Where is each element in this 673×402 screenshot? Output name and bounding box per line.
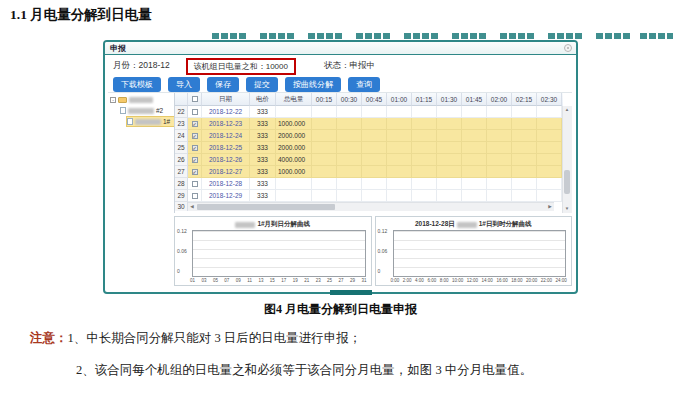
- time-cell[interactable]: [462, 130, 487, 142]
- time-cell[interactable]: [312, 154, 337, 166]
- tree-item-unit-1[interactable]: #2: [120, 106, 174, 115]
- time-cell[interactable]: [512, 106, 537, 118]
- time-cell[interactable]: [412, 190, 437, 202]
- time-cell[interactable]: [487, 118, 512, 130]
- vertical-scrollbar[interactable]: ▲ ▼: [562, 106, 572, 213]
- time-cell[interactable]: [387, 154, 412, 166]
- time-cell[interactable]: [437, 178, 462, 190]
- submit-button[interactable]: 提交: [246, 77, 278, 92]
- time-cell[interactable]: [512, 178, 537, 190]
- time-cell[interactable]: [312, 166, 337, 178]
- time-cell[interactable]: [462, 118, 487, 130]
- time-cell[interactable]: [337, 154, 362, 166]
- save-button[interactable]: 保存: [207, 77, 239, 92]
- horizontal-scroll-thumb[interactable]: [197, 204, 335, 210]
- time-cell[interactable]: [487, 190, 512, 202]
- month-field[interactable]: 月份：2018-12: [113, 60, 170, 72]
- decompose-by-curve-button[interactable]: 按曲线分解: [285, 77, 341, 92]
- time-cell[interactable]: [487, 130, 512, 142]
- checkbox-checked-icon[interactable]: ✓: [192, 145, 198, 151]
- time-cell[interactable]: [337, 178, 362, 190]
- time-cell[interactable]: [537, 130, 562, 142]
- time-cell[interactable]: [512, 154, 537, 166]
- time-cell[interactable]: [387, 166, 412, 178]
- time-cell[interactable]: [362, 190, 387, 202]
- time-cell[interactable]: [537, 154, 562, 166]
- time-cell[interactable]: [437, 130, 462, 142]
- time-cell[interactable]: [537, 190, 562, 202]
- time-cell[interactable]: [312, 142, 337, 154]
- time-cell[interactable]: [437, 142, 462, 154]
- time-cell[interactable]: [362, 178, 387, 190]
- checkbox-unchecked-icon[interactable]: [192, 109, 198, 115]
- time-cell[interactable]: [462, 166, 487, 178]
- time-cell[interactable]: [512, 190, 537, 202]
- scroll-left-icon[interactable]: ◀: [188, 203, 196, 211]
- time-cell[interactable]: [337, 130, 362, 142]
- checkbox-checked-icon[interactable]: ✓: [192, 157, 198, 163]
- time-cell[interactable]: [537, 106, 562, 118]
- time-cell[interactable]: [537, 118, 562, 130]
- time-cell[interactable]: [312, 106, 337, 118]
- time-cell[interactable]: [412, 154, 437, 166]
- time-cell[interactable]: [387, 190, 412, 202]
- checkbox-unchecked-icon[interactable]: [192, 96, 198, 102]
- time-cell[interactable]: [437, 190, 462, 202]
- scroll-up-icon[interactable]: ▲: [563, 106, 571, 114]
- time-cell[interactable]: [362, 130, 387, 142]
- time-cell[interactable]: [362, 166, 387, 178]
- time-cell[interactable]: [462, 190, 487, 202]
- vertical-scroll-thumb[interactable]: [564, 170, 570, 194]
- time-cell[interactable]: [512, 166, 537, 178]
- time-cell[interactable]: [437, 118, 462, 130]
- time-cell[interactable]: [387, 106, 412, 118]
- time-cell[interactable]: [412, 166, 437, 178]
- time-cell[interactable]: [487, 178, 512, 190]
- checkbox-checked-icon[interactable]: ✓: [192, 121, 198, 127]
- time-cell[interactable]: [337, 190, 362, 202]
- time-cell[interactable]: [462, 178, 487, 190]
- time-cell[interactable]: [362, 154, 387, 166]
- time-cell[interactable]: [337, 166, 362, 178]
- horizontal-scrollbar[interactable]: ◀ ▶: [188, 202, 554, 211]
- checkbox-checked-icon[interactable]: ✓: [192, 169, 198, 175]
- time-cell[interactable]: [312, 178, 337, 190]
- time-cell[interactable]: [387, 130, 412, 142]
- time-cell[interactable]: [462, 154, 487, 166]
- time-cell[interactable]: [487, 166, 512, 178]
- time-cell[interactable]: [437, 106, 462, 118]
- time-cell[interactable]: [312, 130, 337, 142]
- time-cell[interactable]: [337, 106, 362, 118]
- time-cell[interactable]: [462, 142, 487, 154]
- time-cell[interactable]: [412, 106, 437, 118]
- close-icon[interactable]: [564, 44, 572, 52]
- time-cell[interactable]: [387, 118, 412, 130]
- time-cell[interactable]: [537, 142, 562, 154]
- time-cell[interactable]: [387, 178, 412, 190]
- time-cell[interactable]: [487, 154, 512, 166]
- checkbox-checked-icon[interactable]: ✓: [192, 133, 198, 139]
- time-cell[interactable]: [512, 130, 537, 142]
- time-cell[interactable]: [312, 118, 337, 130]
- tree-root-node[interactable]: -: [108, 95, 174, 104]
- time-cell[interactable]: [437, 166, 462, 178]
- time-cell[interactable]: [337, 118, 362, 130]
- tree-item-unit-2[interactable]: 1#: [127, 117, 179, 126]
- import-button[interactable]: 导入: [168, 77, 200, 92]
- time-cell[interactable]: [512, 118, 537, 130]
- time-cell[interactable]: [337, 142, 362, 154]
- query-button[interactable]: 查询: [348, 77, 380, 92]
- checkbox-unchecked-icon[interactable]: [192, 193, 198, 199]
- time-cell[interactable]: [437, 154, 462, 166]
- time-cell[interactable]: [387, 142, 412, 154]
- time-cell[interactable]: [362, 106, 387, 118]
- time-cell[interactable]: [412, 142, 437, 154]
- time-cell[interactable]: [487, 142, 512, 154]
- time-cell[interactable]: [412, 130, 437, 142]
- time-cell[interactable]: [362, 118, 387, 130]
- scroll-down-icon[interactable]: ▼: [563, 205, 571, 213]
- time-cell[interactable]: [462, 106, 487, 118]
- scroll-right-icon[interactable]: ▶: [546, 203, 554, 211]
- time-cell[interactable]: [312, 190, 337, 202]
- time-cell[interactable]: [537, 166, 562, 178]
